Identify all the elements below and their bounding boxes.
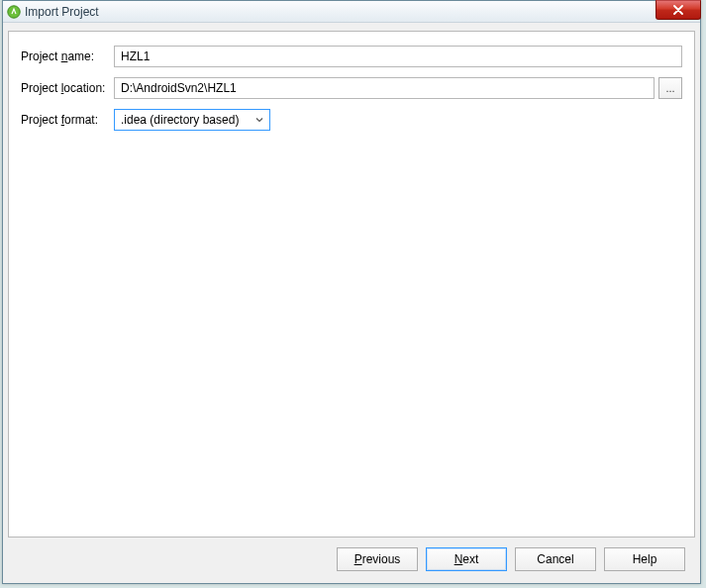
help-button[interactable]: Help (604, 547, 685, 571)
next-button[interactable]: Next (426, 547, 507, 571)
project-location-label: Project location: (21, 81, 114, 95)
cancel-button[interactable]: Cancel (515, 547, 596, 571)
button-bar: Previous Next Cancel Help (8, 541, 695, 577)
project-format-select[interactable]: .idea (directory based) (114, 109, 270, 131)
project-format-row: Project format: .idea (directory based) (21, 109, 682, 131)
form-area: Project name: Project location: ... Proj… (9, 32, 694, 131)
close-button[interactable] (656, 0, 701, 20)
project-location-row: Project location: ... (21, 77, 682, 99)
project-location-input[interactable] (114, 77, 655, 99)
project-format-value: .idea (directory based) (121, 113, 239, 127)
project-name-label: Project name: (21, 49, 114, 63)
project-name-input[interactable] (114, 46, 682, 67)
titlebar: Import Project (3, 1, 700, 23)
project-name-row: Project name: (21, 46, 682, 67)
chevron-down-icon (253, 114, 265, 126)
previous-button[interactable]: Previous (337, 547, 418, 571)
close-icon (672, 5, 684, 15)
window-title: Import Project (25, 5, 99, 19)
dialog-window: Import Project Project name: Project loc… (2, 0, 701, 584)
browse-location-button[interactable]: ... (658, 77, 682, 99)
project-format-label: Project format: (21, 113, 114, 127)
project-format-select-wrap: .idea (directory based) (114, 109, 270, 131)
content-panel: Project name: Project location: ... Proj… (8, 31, 695, 538)
app-icon (7, 5, 21, 19)
